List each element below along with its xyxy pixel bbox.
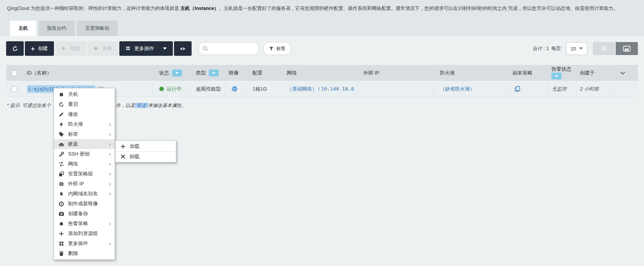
chevron-down-icon[interactable] bbox=[620, 71, 625, 75]
tag-filter-button[interactable]: 标签 bbox=[263, 42, 291, 55]
trash-icon bbox=[59, 251, 64, 256]
bell-icon bbox=[59, 221, 64, 227]
network-link[interactable]: （基础网络） / 10.140.18.8 bbox=[287, 86, 354, 92]
hint-suffix: 作，以及"双击"来修改基本属性。 bbox=[116, 102, 186, 109]
shutdown-button[interactable]: 关机 bbox=[87, 41, 118, 56]
menu-item-shutdown[interactable]: 关机 bbox=[54, 89, 115, 99]
intro-description: QingCloud 为您提供一种随时获取的、弹性的计算能力，这种计算能力的体现就… bbox=[7, 5, 642, 12]
col-config: 配置 bbox=[246, 65, 280, 81]
intro-pre: QingCloud 为您提供一种随时获取的、弹性的计算能力，这种计算能力的体现就… bbox=[7, 6, 181, 11]
hint-suffix-pre: 作，以及 bbox=[116, 103, 135, 108]
tab-label: 预留合约 bbox=[47, 25, 66, 32]
refresh-button[interactable] bbox=[6, 41, 24, 56]
tab-reserved-contracts[interactable]: 预留合约 bbox=[39, 21, 75, 36]
menu-item-label: 安置策略组 bbox=[68, 170, 93, 177]
instance-config: 1核1G bbox=[246, 81, 280, 97]
status-filter-button[interactable] bbox=[172, 70, 182, 76]
menu-item-eip[interactable]: 外部 IP bbox=[54, 179, 115, 189]
menu-item-label: 防火墙 bbox=[68, 121, 83, 128]
menu-item-alarm-policy[interactable]: 告警策略 bbox=[54, 219, 115, 229]
menu-item-label: 创建备份 bbox=[68, 210, 88, 217]
firewall-link[interactable]: （缺省防火墙） bbox=[440, 86, 475, 92]
menu-item-label: 制作成新映像 bbox=[68, 200, 98, 207]
menu-item-label: 卸载 bbox=[130, 153, 140, 160]
per-page-label: 每页: bbox=[551, 45, 562, 52]
submenu-item-detach[interactable]: 卸载 bbox=[115, 151, 176, 161]
menu-item-make-image[interactable]: 制作成新映像 bbox=[54, 199, 115, 209]
menu-item-disk[interactable]: 硬盘 bbox=[54, 139, 115, 149]
total-count: 合计 : 1 bbox=[533, 45, 549, 52]
menu-item-create-backup[interactable]: 创建备份 bbox=[54, 209, 115, 219]
type-filter-button[interactable] bbox=[209, 70, 219, 76]
row-checkbox[interactable] bbox=[11, 86, 17, 92]
key-icon bbox=[59, 151, 64, 157]
menu-item-modify[interactable]: 修改 bbox=[54, 109, 115, 119]
menu-item-ssh-key[interactable]: SSH 密钥 bbox=[54, 149, 115, 159]
plus-icon bbox=[120, 144, 126, 149]
menu-item-add-to-resource-group[interactable]: 添加到资源组 bbox=[54, 229, 115, 238]
select-all-checkbox[interactable] bbox=[11, 70, 17, 76]
search-wrap bbox=[198, 42, 259, 55]
start-button[interactable]: 启动 bbox=[55, 41, 86, 56]
col-alarm-status: 告警状态 bbox=[548, 65, 576, 81]
menu-item-placement-group[interactable]: 安置策略组 bbox=[54, 169, 115, 179]
image-gear-icon[interactable] bbox=[231, 86, 246, 92]
menu-item-label: 添加到资源组 bbox=[68, 230, 98, 237]
create-button[interactable]: + 创建 bbox=[25, 41, 54, 56]
tab-label: 安置策略组 bbox=[85, 25, 109, 32]
col-alarm-label: 告警状态 bbox=[551, 66, 571, 72]
menu-item-tags[interactable]: 标签 bbox=[54, 129, 115, 139]
shutdown-label: 关机 bbox=[102, 45, 112, 52]
menu-item-label: 删除 bbox=[68, 250, 78, 257]
menu-item-label: 更多操作 bbox=[68, 240, 88, 247]
hint-prefix: * 提示: 可通过在各个 bbox=[7, 102, 51, 109]
visibility-button[interactable] bbox=[174, 41, 192, 56]
chart-view-icon bbox=[623, 45, 631, 52]
col-image: 映像 bbox=[226, 65, 246, 81]
col-created: 创建于 bbox=[576, 65, 610, 81]
submenu-item-attach[interactable]: 加载 bbox=[115, 141, 176, 151]
col-status-label: 状态 bbox=[159, 70, 169, 76]
menu-item-more-ops[interactable]: 更多操作 bbox=[54, 238, 115, 248]
per-page-select[interactable]: 10 bbox=[566, 42, 587, 55]
network-name: （基础网络） bbox=[287, 86, 317, 92]
tab-instances[interactable]: 主机 bbox=[10, 21, 36, 36]
menu-item-label: SSH 密钥 bbox=[68, 151, 89, 157]
more-operations-button[interactable]: 更多操作 bbox=[119, 41, 173, 56]
menu-item-label: 内网域名别名 bbox=[68, 190, 98, 197]
tab-bar: 主机 预留合约 安置策略组 bbox=[10, 21, 118, 36]
menu-item-network[interactable]: 网络 bbox=[54, 159, 115, 169]
search-icon bbox=[202, 45, 208, 51]
list-view-toggle[interactable] bbox=[593, 42, 615, 55]
restart-icon bbox=[59, 102, 64, 107]
intro-post: 。主机就是一台配置好了的服务器，它有您期望的硬件配置、操作系统和网络配置。通常情… bbox=[219, 6, 618, 11]
created-at: 2 小时前 bbox=[580, 86, 599, 92]
plus-icon: + bbox=[31, 45, 35, 52]
menu-item-label: 外部 IP bbox=[68, 180, 84, 187]
camera-icon bbox=[59, 211, 64, 217]
tab-placement-groups[interactable]: 安置策略组 bbox=[77, 21, 118, 36]
network-icon bbox=[59, 161, 64, 167]
menu-item-label: 网络 bbox=[68, 161, 78, 167]
stop-icon bbox=[93, 46, 99, 52]
stop-icon bbox=[59, 92, 64, 97]
plus-icon bbox=[59, 231, 64, 237]
menu-item-delete[interactable]: 删除 bbox=[54, 248, 115, 258]
grid-icon bbox=[59, 241, 64, 247]
chart-view-toggle[interactable] bbox=[616, 42, 638, 55]
view-toggles bbox=[593, 42, 638, 55]
replica-copy-icon[interactable] bbox=[514, 86, 548, 92]
menu-item-firewall[interactable]: 防火墙 bbox=[54, 119, 115, 129]
tag-icon bbox=[59, 131, 64, 137]
external-ip-cell bbox=[356, 81, 433, 97]
firewall-icon bbox=[59, 122, 64, 127]
make-image-icon bbox=[59, 201, 64, 207]
hint-doubleclick-link[interactable]: "双击" bbox=[135, 103, 148, 108]
menu-item-private-dns-alias[interactable]: 内网域名别名 bbox=[54, 189, 115, 199]
col-network: 网络 bbox=[280, 65, 356, 81]
alarm-filter-button[interactable] bbox=[551, 73, 561, 79]
placement-group-icon bbox=[59, 171, 64, 177]
hint-suffix-post: 来修改基本属性。 bbox=[148, 103, 186, 108]
grid-icon bbox=[125, 46, 131, 52]
menu-item-restart[interactable]: 重启 bbox=[54, 99, 115, 109]
